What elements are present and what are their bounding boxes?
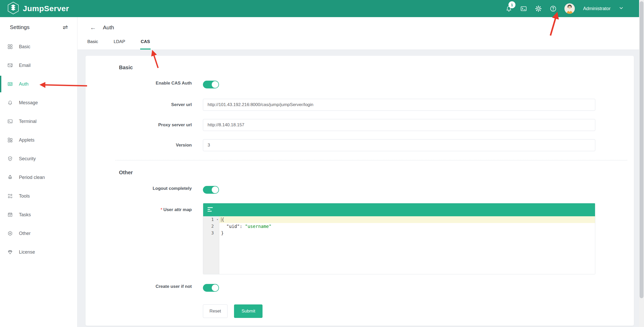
- terminal-icon[interactable]: [520, 5, 527, 12]
- code-line: 3 }: [203, 230, 595, 236]
- sidebar-item-auth[interactable]: Auth: [0, 75, 77, 93]
- field-label: Enable CAS Auth: [86, 81, 192, 88]
- reset-button[interactable]: Reset: [203, 304, 228, 318]
- format-code-icon[interactable]: [208, 207, 213, 213]
- sidebar-item-label: Other: [19, 231, 31, 236]
- code-line: 1▾ {: [203, 216, 595, 223]
- gem-icon: [7, 249, 13, 255]
- gear-icon[interactable]: [535, 5, 542, 12]
- grid-icon: [7, 44, 13, 50]
- field-label: Server url: [86, 102, 192, 107]
- tab-ldap[interactable]: LDAP: [113, 39, 126, 50]
- bell-outline-icon: [7, 100, 13, 106]
- field-label: Logout completely: [86, 186, 192, 194]
- sidebar-title: Settings: [10, 24, 30, 30]
- notifications-button[interactable]: 1: [505, 5, 512, 12]
- row-create-user: Create user if not: [86, 284, 634, 292]
- sidebar-item-security[interactable]: Security: [0, 149, 77, 168]
- content-header: ← Auth Basic LDAP CAS: [77, 17, 639, 50]
- help-icon[interactable]: [550, 5, 557, 12]
- field-label: Version: [86, 143, 192, 148]
- applets-grid-icon: [7, 137, 13, 143]
- cas-settings-card: Basic Enable CAS Auth Server url Proxy s…: [86, 56, 634, 326]
- page-title: Auth: [103, 24, 114, 31]
- sidebar-item-tools[interactable]: Tools: [0, 187, 77, 205]
- chevron-down-icon[interactable]: [619, 6, 624, 11]
- sidebar-collapse-icon[interactable]: ⇌: [63, 24, 68, 30]
- hexagon-nut-icon: [7, 231, 13, 236]
- sidebar-item-terminal[interactable]: Terminal: [0, 112, 77, 131]
- row-enable-cas: Enable CAS Auth: [86, 81, 634, 88]
- scrollbar-thumb[interactable]: [640, 1, 643, 298]
- sidebar-item-label: Message: [19, 100, 38, 106]
- row-user-attr-map: *User attr map 1▾ { 2 "uid": "username": [86, 203, 634, 274]
- server-url-input[interactable]: [203, 99, 595, 111]
- submit-button[interactable]: Submit: [234, 304, 263, 318]
- auth-tabs: Basic LDAP CAS: [87, 39, 165, 50]
- sidebar-item-label: Period clean: [19, 175, 45, 180]
- sidebar-item-period-clean[interactable]: Period clean: [0, 168, 77, 187]
- version-input[interactable]: [203, 139, 595, 151]
- breadcrumb: ← Auth: [90, 24, 114, 31]
- proxy-server-url-input[interactable]: [203, 119, 595, 131]
- shield-check-icon: [7, 156, 13, 162]
- tab-basic[interactable]: Basic: [87, 39, 99, 50]
- user-menu[interactable]: Administrator: [583, 6, 611, 11]
- row-proxy-server-url: Proxy server url: [86, 119, 634, 131]
- top-right-cluster: 1: [505, 0, 624, 17]
- code-area[interactable]: 1▾ { 2 "uid": "username" 3 }: [203, 216, 595, 274]
- sidebar-item-email[interactable]: Email: [0, 56, 77, 75]
- field-label: Create user if not: [86, 284, 192, 292]
- user-attr-map-editor[interactable]: 1▾ { 2 "uid": "username" 3 }: [203, 203, 595, 274]
- section-title-other: Other: [119, 169, 634, 176]
- sidebar-item-label: Security: [19, 156, 36, 162]
- sidebar-item-label: Auth: [19, 81, 29, 87]
- tab-cas[interactable]: CAS: [140, 39, 151, 50]
- sidebar-item-label: Email: [19, 63, 31, 68]
- avatar[interactable]: [564, 3, 575, 14]
- sidebar-item-basic[interactable]: Basic: [0, 37, 77, 56]
- text-cursor: [221, 217, 221, 222]
- field-label: Proxy server url: [86, 122, 192, 128]
- section-divider: [115, 160, 627, 161]
- enable-cas-toggle[interactable]: [203, 81, 219, 88]
- sidebar-item-label: Tools: [19, 193, 30, 199]
- jumpserver-app: JumpServer 1: [0, 0, 644, 327]
- top-bar: JumpServer 1: [0, 0, 639, 17]
- sidebar-item-label: License: [19, 249, 35, 255]
- sidebar-item-message[interactable]: Message: [0, 93, 77, 112]
- brand-name: JumpServer: [23, 4, 69, 13]
- brand-logo[interactable]: JumpServer: [7, 2, 69, 16]
- jumpserver-logo-icon: [7, 2, 19, 16]
- sidebar-item-applets[interactable]: Applets: [0, 131, 77, 149]
- back-arrow-icon[interactable]: ←: [90, 24, 96, 31]
- section-title-basic: Basic: [119, 64, 634, 71]
- notification-badge: 1: [508, 1, 515, 8]
- email-gear-icon: [7, 62, 13, 68]
- fold-arrow-icon[interactable]: ▾: [216, 216, 218, 223]
- sidebar-item-label: Applets: [19, 137, 34, 143]
- row-logout-completely: Logout completely: [86, 186, 634, 194]
- toggle-knob: [212, 186, 218, 193]
- code-line: 2 "uid": "username": [203, 223, 595, 230]
- field-label: *User attr map: [86, 203, 192, 274]
- settings-sidebar: Settings ⇌ Basic Email: [0, 17, 77, 327]
- sidebar-item-label: Basic: [19, 44, 30, 50]
- sidebar-item-license[interactable]: License: [0, 243, 77, 261]
- tools-icon: [7, 193, 13, 199]
- page-scrollbar: [639, 0, 644, 327]
- sidebar-item-label: Tasks: [19, 212, 31, 218]
- id-card-icon: [7, 81, 13, 87]
- required-asterisk: *: [161, 207, 162, 212]
- row-buttons: Reset Submit: [86, 304, 634, 318]
- sidebar-header: Settings ⇌: [0, 17, 77, 37]
- toggle-knob: [212, 81, 218, 88]
- logout-completely-toggle[interactable]: [203, 186, 219, 194]
- row-version: Version: [86, 139, 634, 151]
- sidebar-item-tasks[interactable]: Tasks: [0, 205, 77, 224]
- row-server-url: Server url: [86, 99, 634, 111]
- sidebar-item-other[interactable]: Other: [0, 224, 77, 243]
- create-user-toggle[interactable]: [203, 284, 219, 292]
- toggle-knob: [212, 284, 218, 291]
- terminal-outline-icon: [7, 119, 13, 124]
